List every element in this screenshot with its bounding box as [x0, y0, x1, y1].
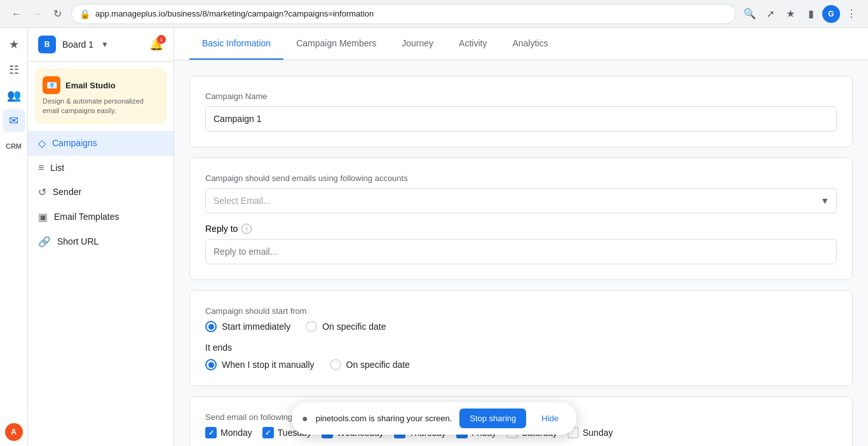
address-bar[interactable]: 🔒 app.manageplus.io/business/8/marketing…: [71, 4, 736, 24]
list-icon: ≡: [38, 162, 44, 173]
sidebar-header: B Board 1 ▼ 🔔 1: [28, 28, 173, 62]
browser-chrome: ← → ↻ 🔒 app.manageplus.io/business/8/mar…: [0, 0, 868, 28]
sidebar-item-sender[interactable]: ↺ Sender: [28, 180, 173, 205]
campaign-start-card: Campaign should start from Start immedia…: [189, 290, 853, 386]
email-templates-icon: ▣: [38, 211, 48, 223]
left-sidebar: B Board 1 ▼ 🔔 1 📧 Email Studio Design & …: [28, 28, 174, 446]
sidebar-icon-home[interactable]: ★: [3, 33, 25, 56]
app-layout: ★ ☷ 👥 ✉ CRM A B Board 1 ▼ 🔔 1 📧 Email St…: [0, 28, 868, 446]
sidebar-icon-people[interactable]: 👥: [3, 84, 25, 107]
url-text: app.manageplus.io/business/8/marketing/c…: [95, 9, 728, 18]
sidebar-icon-crm[interactable]: CRM: [3, 135, 25, 158]
promo-box-header: 📧 Email Studio: [43, 76, 159, 94]
radio-stop-manually-indicator: [205, 359, 217, 370]
info-icon[interactable]: i: [241, 224, 252, 234]
search-button[interactable]: 🔍: [741, 5, 759, 23]
lock-icon: 🔒: [79, 9, 90, 19]
ends-radio-group: When I stop it manually On specific date: [205, 359, 837, 370]
email-accounts-label: Campaign should send emails using follow…: [205, 173, 837, 183]
radio-start-immediately-label: Start immediately: [222, 321, 290, 332]
reply-to-text: Reply to: [205, 224, 238, 234]
promo-box: 📧 Email Studio Design & automate persona…: [36, 69, 166, 123]
menu-button[interactable]: ⋮: [843, 5, 860, 23]
radio-on-specific-date[interactable]: On specific date: [306, 321, 386, 332]
screen-share-message: pinetools.com is sharing your screen.: [316, 414, 452, 423]
radio-stop-manually[interactable]: When I stop it manually: [205, 359, 315, 370]
notification-bell[interactable]: 🔔 1: [149, 37, 163, 51]
sidebar-item-label-sender: Sender: [53, 187, 81, 197]
ends-label: It ends: [205, 342, 837, 353]
email-select[interactable]: Select Email...: [205, 188, 837, 213]
sidebar-icon-email[interactable]: ✉: [3, 109, 25, 132]
campaign-name-label: Campaign Name: [205, 91, 837, 101]
sidebar-icon-avatar[interactable]: A: [5, 423, 23, 441]
checkbox-monday-indicator: [205, 427, 217, 438]
checkbox-tuesday-indicator: [262, 427, 274, 438]
bookmark-button[interactable]: ★: [782, 5, 799, 23]
start-label: Campaign should start from: [205, 306, 837, 316]
reply-to-label-row: Reply to i: [205, 224, 837, 234]
main-content: Basic Information Campaign Members Journ…: [174, 28, 868, 446]
sidebar-item-label-list: List: [50, 163, 64, 173]
radio-specific-date-label: On specific date: [346, 360, 410, 370]
sidebar-icon-chart[interactable]: ☷: [3, 58, 25, 81]
reply-to-input[interactable]: [205, 239, 837, 264]
campaign-name-card: Campaign Name: [189, 76, 853, 147]
back-button[interactable]: ←: [8, 5, 25, 23]
sidebar-item-email-templates[interactable]: ▣ Email Templates: [28, 205, 173, 229]
tab-campaign-members[interactable]: Campaign Members: [283, 28, 389, 60]
promo-description: Design & automate personalized email cam…: [43, 97, 159, 116]
radio-on-specific-date-indicator: [306, 321, 317, 332]
email-account-card: Campaign should send emails using follow…: [189, 158, 853, 280]
promo-title: Email Studio: [65, 81, 116, 90]
sender-icon: ↺: [38, 186, 46, 198]
browser-nav-buttons: ← → ↻: [8, 5, 66, 23]
radio-specific-date[interactable]: On specific date: [330, 359, 410, 370]
profile-avatar[interactable]: G: [822, 5, 840, 23]
extensions-button[interactable]: ▮: [802, 5, 820, 23]
sidebar-item-label-short-url: Short URL: [57, 236, 98, 247]
stop-sharing-button[interactable]: Stop sharing: [459, 409, 526, 428]
radio-specific-date-indicator: [330, 359, 341, 370]
hide-button[interactable]: Hide: [534, 409, 566, 428]
board-chevron-icon: ▼: [101, 40, 109, 49]
short-url-icon: 🔗: [38, 236, 51, 248]
campaign-name-input[interactable]: [205, 106, 837, 132]
sidebar-item-campaigns[interactable]: ◇ Campaigns: [28, 131, 173, 156]
board-logo: B: [38, 36, 56, 53]
tab-journey[interactable]: Journey: [389, 28, 446, 60]
notification-badge: 1: [157, 35, 166, 44]
screen-share-bar: ● pinetools.com is sharing your screen. …: [292, 402, 576, 435]
sidebar-item-list[interactable]: ≡ List: [28, 156, 173, 180]
radio-start-immediately-indicator: [205, 321, 217, 332]
screen-share-icon: ●: [302, 413, 308, 424]
tab-basic-information[interactable]: Basic Information: [189, 28, 283, 60]
icon-sidebar: ★ ☷ 👥 ✉ CRM A: [0, 28, 28, 446]
browser-actions: 🔍 ➚ ★ ▮ G ⋮: [741, 5, 860, 23]
sidebar-item-label-campaigns: Campaigns: [52, 138, 97, 148]
sidebar-item-short-url[interactable]: 🔗 Short URL: [28, 229, 173, 254]
radio-on-specific-date-label: On specific date: [322, 321, 386, 332]
forward-button[interactable]: →: [28, 5, 46, 23]
tabs-bar: Basic Information Campaign Members Journ…: [174, 28, 868, 60]
sidebar-item-label-email-templates: Email Templates: [54, 212, 119, 222]
checkbox-sunday-label: Sunday: [583, 428, 613, 438]
email-select-wrapper: Select Email... ▼: [205, 188, 837, 213]
radio-start-immediately[interactable]: Start immediately: [205, 321, 290, 332]
start-radio-group: Start immediately On specific date: [205, 321, 837, 332]
tab-activity[interactable]: Activity: [446, 28, 499, 60]
promo-icon: 📧: [43, 76, 60, 94]
tab-analytics[interactable]: Analytics: [499, 28, 560, 60]
checkbox-sunday[interactable]: Sunday: [567, 427, 613, 438]
board-name: Board 1: [62, 39, 93, 50]
checkbox-monday[interactable]: Monday: [205, 427, 252, 438]
content-area: Campaign Name Campaign should send email…: [174, 60, 868, 446]
share-button[interactable]: ➚: [761, 5, 779, 23]
radio-stop-manually-label: When I stop it manually: [222, 360, 315, 370]
reload-button[interactable]: ↻: [48, 5, 66, 23]
campaigns-icon: ◇: [38, 137, 46, 149]
checkbox-monday-label: Monday: [220, 428, 252, 438]
